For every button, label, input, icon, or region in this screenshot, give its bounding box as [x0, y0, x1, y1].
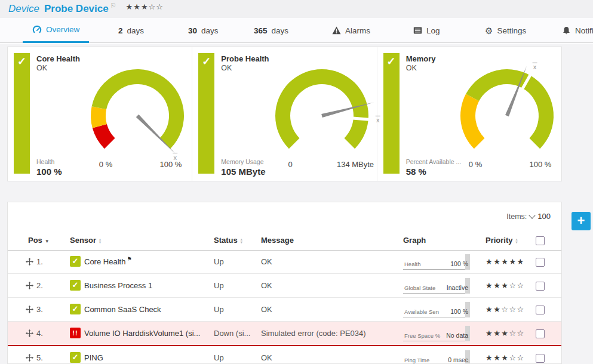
sensor-ok-icon: ✓: [70, 352, 81, 363]
alarm-warning-icon: [332, 26, 341, 35]
graph-value: 100 %: [450, 308, 468, 315]
tab-30-days[interactable]: 30 days: [188, 18, 219, 43]
gauge-card-core-health: ✓ Core Health OK x0 %100 % Health 100 %: [8, 47, 192, 181]
tab-label: Settings: [497, 26, 526, 35]
probe-health-gauge: x0134 MByte: [235, 55, 375, 172]
sensor-ok-icon: ✓: [70, 256, 81, 267]
svg-text:100 %: 100 %: [160, 160, 182, 169]
table-row-core-health[interactable]: 1. ✓ Core Health⚑ Up OK Health100 % ★★★★…: [8, 250, 561, 274]
row-checkbox[interactable]: [536, 354, 545, 363]
page-header: Device Probe Device ⚐ ★★★☆☆: [0, 0, 593, 18]
priority-stars[interactable]: ★★★★★: [486, 250, 525, 273]
column-label: Graph: [403, 236, 426, 245]
priority-stars[interactable]: ★★☆☆☆: [486, 298, 525, 321]
column-header-sensor[interactable]: Sensor▴▾: [70, 231, 101, 250]
graph-channel: Ping Time: [404, 357, 429, 363]
sort-both-icon: ▴▾: [516, 238, 518, 244]
tab-label: days: [201, 26, 219, 35]
column-label: Message: [261, 236, 294, 245]
mini-graph[interactable]: Free Space %No data: [403, 326, 470, 341]
row-checkbox[interactable]: [536, 329, 545, 338]
select-all-checkbox[interactable]: [536, 236, 545, 245]
move-icon: [26, 306, 33, 313]
table-row-ping[interactable]: 5. ✓ PING Up OK Ping Time0 msec ★★★☆☆: [8, 346, 561, 364]
column-header-status[interactable]: Status▴▾: [214, 231, 242, 250]
tab-overview[interactable]: Overview: [23, 18, 89, 43]
row-checkbox[interactable]: [536, 258, 545, 267]
sensor-ok-icon: ✓: [70, 304, 81, 314]
tab-log[interactable]: Log: [413, 18, 440, 43]
svg-text:134 MByte: 134 MByte: [337, 160, 374, 169]
sensor-name-link[interactable]: Core Health⚑: [84, 250, 131, 273]
tab-alarms[interactable]: Alarms: [332, 18, 370, 43]
mini-graph[interactable]: Global StateInactive: [403, 278, 470, 294]
column-header-priority[interactable]: Priority▴▾: [486, 231, 518, 250]
tab-label: Log: [426, 26, 440, 35]
tab-number: 365: [254, 26, 268, 35]
tab-label: Overview: [46, 25, 79, 34]
graph-channel: Available Sen: [404, 309, 439, 315]
gauge-channel-label: Health: [36, 158, 54, 165]
svg-text:x: x: [533, 63, 536, 70]
move-handle[interactable]: [26, 258, 33, 266]
column-header-message[interactable]: Message: [261, 231, 294, 250]
sensor-name-link[interactable]: Volume IO HarddiskVolume1 (si...: [84, 322, 200, 345]
move-handle[interactable]: [26, 282, 33, 289]
gauge-card-memory: ✓ Memory OK x0 %100 % Percent Available …: [377, 47, 561, 181]
sensor-name-link[interactable]: Common SaaS Check: [84, 298, 161, 321]
memory-gauge: x0 %100 %: [420, 55, 560, 172]
sensor-message: OK: [261, 274, 272, 297]
add-button[interactable]: +: [572, 212, 591, 230]
tab-number: 30: [188, 26, 197, 35]
flag-outline-icon[interactable]: ⚐: [110, 2, 116, 10]
mini-graph[interactable]: Health100 %: [403, 254, 470, 270]
graph-value: 100 %: [450, 260, 468, 267]
sensor-status: Up: [214, 274, 224, 297]
priority-stars[interactable]: ★★★☆☆: [486, 346, 525, 364]
table-row-business-process[interactable]: 2. ✓ Business Process 1 Up OK Global Sta…: [8, 274, 561, 298]
row-checkbox[interactable]: [536, 306, 545, 314]
graph-channel: Free Space %: [404, 332, 440, 339]
gauge-channel-value: 58 %: [406, 166, 426, 177]
row-position: 2.: [36, 274, 43, 297]
sensor-error-icon: !!: [70, 328, 81, 338]
sensor-message: Simulated error (code: PE034): [261, 322, 366, 345]
mini-graph[interactable]: Available Sen100 %: [403, 302, 470, 317]
move-handle[interactable]: [26, 354, 33, 362]
check-icon: ✓: [17, 55, 26, 67]
items-per-page[interactable]: Items: 100: [506, 212, 551, 221]
sensor-ok-icon: ✓: [70, 280, 81, 291]
svg-text:0 %: 0 %: [99, 160, 113, 169]
column-label: Pos: [28, 236, 42, 245]
column-header-pos[interactable]: Pos▼: [28, 231, 50, 251]
mini-graph[interactable]: Ping Time0 msec: [403, 350, 470, 364]
tab-settings[interactable]: ⚙ Settings: [485, 18, 526, 43]
sensor-name-link[interactable]: PING: [84, 346, 103, 364]
tab-notifications[interactable]: Notifi: [562, 18, 593, 43]
row-checkbox[interactable]: [536, 282, 545, 291]
svg-text:0: 0: [288, 160, 293, 169]
table-row-common-saas[interactable]: 3. ✓ Common SaaS Check Up OK Available S…: [8, 298, 561, 322]
sensor-name-link[interactable]: Business Process 1: [84, 274, 152, 297]
page-title: Probe Device: [44, 3, 109, 15]
move-handle[interactable]: [26, 329, 33, 337]
tab-2-days[interactable]: 2 days: [118, 18, 144, 43]
table-header-row: Pos▼ Sensor▴▾ Status▴▾ Message Graph Pri…: [8, 231, 561, 251]
sensor-name: Core Health: [84, 257, 125, 266]
priority-rating[interactable]: ★★★☆☆: [126, 2, 164, 11]
core-health-gauge: x0 %100 %: [51, 55, 191, 172]
sensor-name: Volume IO HarddiskVolume1 (si...: [84, 329, 200, 338]
row-position: 3.: [36, 298, 43, 321]
column-label: Sensor: [70, 236, 96, 245]
sort-both-icon: ▴▾: [99, 238, 101, 244]
move-handle[interactable]: [26, 306, 33, 313]
priority-stars[interactable]: ★★★☆☆: [486, 322, 525, 345]
priority-stars[interactable]: ★★★☆☆: [486, 274, 525, 297]
sensor-status: Up: [214, 298, 224, 321]
tab-365-days[interactable]: 365 days: [254, 18, 288, 43]
table-row-volume-io-error[interactable]: 4. !! Volume IO HarddiskVolume1 (si... D…: [8, 322, 561, 346]
flag-icon: ⚑: [127, 256, 131, 262]
gauge-status: OK: [406, 64, 417, 72]
gauge-channel-label: Percent Available ...: [406, 158, 462, 165]
check-icon: ✓: [387, 55, 396, 67]
